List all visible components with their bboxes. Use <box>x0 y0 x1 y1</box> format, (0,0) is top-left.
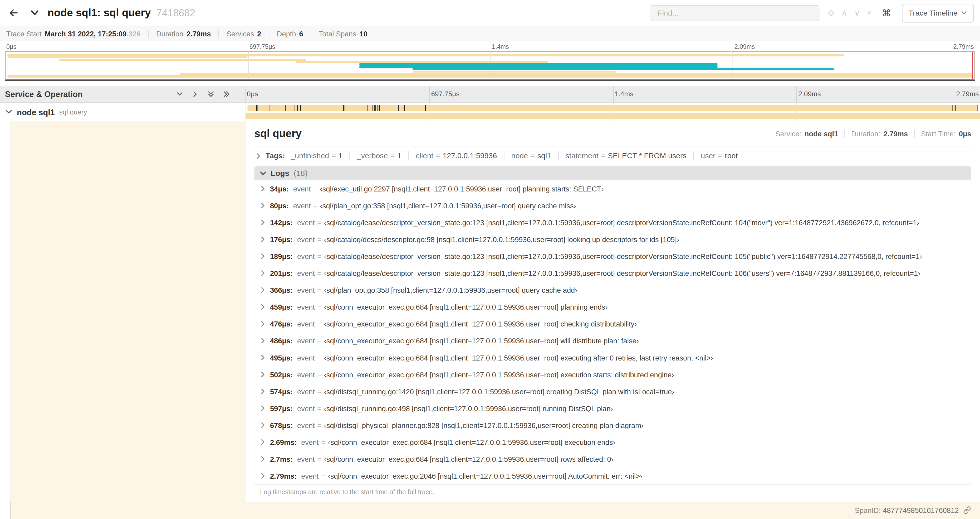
span-detail-row: sql query Service: node sql1 Duration: 2… <box>0 121 980 501</box>
log-row[interactable]: 2.79ms: event = ‹sql/conn_executor_exec.… <box>255 467 971 484</box>
span-id-value: 4877749850101760812 <box>883 506 959 514</box>
link-icon <box>963 506 971 514</box>
back-button[interactable] <box>4 3 22 22</box>
tags-summary-row[interactable]: Tags: _unfinished = 1 _verbose = 1 <box>255 146 971 165</box>
log-value: ‹sql/catalog/lease/descriptor_version_st… <box>324 252 922 260</box>
log-row[interactable]: 678μs: event = ‹sql/distsql_physical_pla… <box>255 417 971 434</box>
log-row[interactable]: 142μs: event = ‹sql/catalog/lease/descri… <box>255 214 971 231</box>
log-value: ‹sql/conn_executor_exec.go:684 [nsql1,cl… <box>324 354 713 361</box>
summary-item: Services 2 <box>218 30 261 37</box>
log-timestamp: 502μs: <box>270 371 293 378</box>
tag-key: user <box>701 152 715 160</box>
timeline-header-row: Service & Operation 0μs 697.75μs 1.4ms 2… <box>0 86 980 102</box>
log-row[interactable]: 201μs: event = ‹sql/catalog/lease/descri… <box>255 265 971 282</box>
span-id-label: SpanID: <box>855 506 881 514</box>
log-equals: = <box>317 235 321 243</box>
summary-item: Trace Start March 31 2022, 17:25:09.326 <box>6 30 141 37</box>
minimap-span-bar <box>412 70 616 73</box>
log-value: ‹sql/plan_opt.go:358 [nsql1,client=127.0… <box>324 286 578 294</box>
next-result-icon[interactable]: ∨ <box>854 9 860 17</box>
row-collapse-icon[interactable] <box>5 108 13 115</box>
expand-one-icon[interactable] <box>192 91 199 97</box>
log-marker-tick <box>285 105 286 111</box>
chevron-down-icon <box>260 170 266 176</box>
trace-end-marker <box>972 52 973 79</box>
log-equals: = <box>321 438 325 446</box>
summary-item-label: Total Spans <box>319 30 356 37</box>
log-timestamp: 2.69ms: <box>270 438 297 446</box>
ruler-gridline <box>796 86 797 102</box>
log-equals: = <box>317 337 321 345</box>
find-input[interactable] <box>651 5 819 21</box>
summary-item: Depth 6 <box>269 30 303 37</box>
tag-item: user = root <box>694 152 738 160</box>
log-equals: = <box>317 286 321 294</box>
log-row[interactable]: 176μs: event = ‹sql/catalog/descs/descri… <box>255 231 971 248</box>
log-row[interactable]: 34μs: event = ‹sql/exec_util.go:2297 [ns… <box>255 180 971 197</box>
timeline-ruler: 0μs 697.75μs 1.4ms 2.09ms 2.79ms <box>245 86 980 102</box>
detail-meta-value: node sql1 <box>805 130 838 137</box>
log-row[interactable]: 495μs: event = ‹sql/conn_executor_exec.g… <box>255 349 971 366</box>
log-equals: = <box>317 388 321 395</box>
clear-search-icon[interactable]: × <box>867 9 872 17</box>
log-marker-tick <box>256 105 258 111</box>
log-row[interactable]: 80μs: event = ‹sql/plan_opt.go:358 [nsql… <box>255 197 971 214</box>
span-detail-accent-bar[interactable] <box>245 113 980 119</box>
minimap-span-bar <box>8 56 248 59</box>
chevron-right-icon <box>260 422 266 428</box>
span-bar[interactable] <box>247 105 978 111</box>
log-value: ‹sql/distsql_running.go:498 [nsql1,clien… <box>324 404 613 412</box>
collapse-controls <box>176 91 240 97</box>
log-list: 34μs: event = ‹sql/exec_util.go:2297 [ns… <box>255 180 971 484</box>
log-row[interactable]: 366μs: event = ‹sql/plan_opt.go:358 [nsq… <box>255 282 971 299</box>
log-row[interactable]: 459μs: event = ‹sql/conn_executor_exec.g… <box>255 299 971 315</box>
log-timestamp: 80μs: <box>270 202 289 209</box>
log-row[interactable]: 597μs: event = ‹sql/distsql_running.go:4… <box>255 400 971 417</box>
minimap-canvas[interactable] <box>5 51 975 81</box>
tag-item: _verbose = 1 <box>350 152 401 160</box>
log-row[interactable]: 502μs: event = ‹sql/conn_executor_exec.g… <box>255 366 971 383</box>
keyboard-shortcuts-button[interactable]: ⌘ <box>882 7 891 18</box>
collapse-all-icon[interactable] <box>208 91 215 97</box>
minimap-span-row <box>6 61 974 63</box>
tag-equals: = <box>531 152 535 160</box>
log-row[interactable]: 574μs: event = ‹sql/distsql_running.go:1… <box>255 383 971 400</box>
minimap-span-bar <box>412 68 834 70</box>
ruler-gridline <box>613 86 613 102</box>
log-equals: = <box>317 320 321 327</box>
log-row[interactable]: 2.69ms: event = ‹sql/conn_executor_exec.… <box>255 434 971 450</box>
tag-value: sql1 <box>538 152 551 160</box>
copy-link-button[interactable] <box>963 506 971 514</box>
log-value: ‹sql/conn_executor_exec.go:684 [nsql1,cl… <box>324 337 639 345</box>
prev-result-icon[interactable]: ∧ <box>842 9 848 17</box>
log-timestamp: 201μs: <box>270 269 293 277</box>
logs-section: Logs (18) 34μs: event = ‹sql/exec_util.g… <box>255 166 971 498</box>
log-row[interactable]: 476μs: event = ‹sql/conn_executor_exec.g… <box>255 315 971 332</box>
trace-timeline-dropdown[interactable]: Trace Timeline <box>902 3 974 22</box>
tag-equals: = <box>436 152 440 160</box>
log-timestamp: 2.7ms: <box>270 455 293 463</box>
log-equals: = <box>317 422 321 429</box>
trace-summary-bar: Trace Start March 31 2022, 17:25:09.326 … <box>0 26 980 42</box>
logs-header[interactable]: Logs (18) <box>255 166 971 180</box>
tag-equals: = <box>718 152 722 160</box>
log-row[interactable]: 2.7ms: event = ‹sql/conn_executor_exec.g… <box>255 450 971 467</box>
span-row[interactable]: node sql1 sql query <box>0 102 980 121</box>
tag-key: _verbose <box>357 152 388 160</box>
page-header: node sql1: sql query 7418682 ⊕ ∧ ∨ × ⌘ T… <box>0 0 980 26</box>
log-row[interactable]: 189μs: event = ‹sql/catalog/lease/descri… <box>255 248 971 265</box>
logs-label: Logs <box>270 169 289 178</box>
minimap-span-row <box>6 75 974 78</box>
log-key: event <box>301 438 319 446</box>
log-marker-tick <box>367 105 368 111</box>
log-value: ‹sql/distsql_running.go:1420 [nsql1,clie… <box>324 388 675 395</box>
collapse-one-icon[interactable] <box>176 91 183 97</box>
zoom-icon[interactable]: ⊕ <box>828 9 835 17</box>
tag-item: client = 127.0.0.1:59936 <box>408 152 497 160</box>
log-value: ‹sql/catalog/descs/descriptor.go:98 [nsq… <box>324 235 679 243</box>
log-row[interactable]: 486μs: event = ‹sql/conn_executor_exec.g… <box>255 332 971 349</box>
detail-row-left-gutter <box>0 121 245 501</box>
expand-all-icon[interactable] <box>223 91 230 97</box>
trace-timeline-label: Trace Timeline <box>908 8 958 17</box>
title-collapse-button[interactable] <box>25 3 44 22</box>
